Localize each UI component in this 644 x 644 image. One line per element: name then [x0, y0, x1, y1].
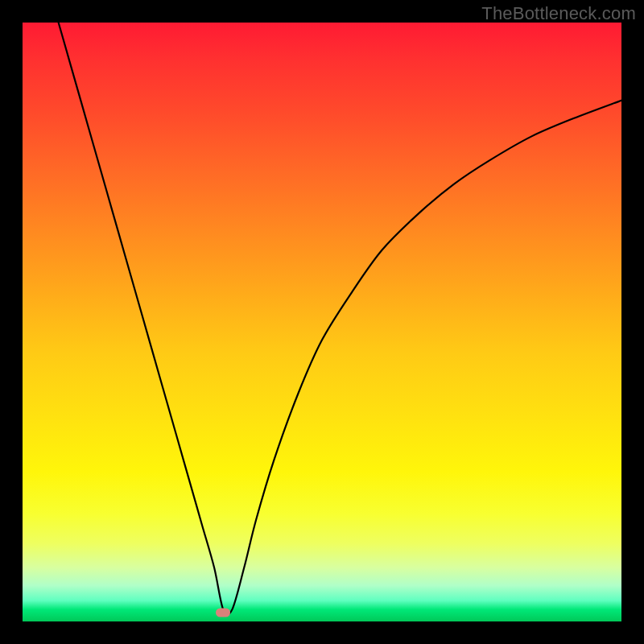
plot-area — [23, 23, 621, 621]
minimum-marker — [216, 608, 230, 617]
watermark-text: TheBottleneck.com — [481, 3, 636, 24]
chart-frame: TheBottleneck.com — [0, 0, 644, 644]
bottleneck-curve — [23, 23, 621, 621]
